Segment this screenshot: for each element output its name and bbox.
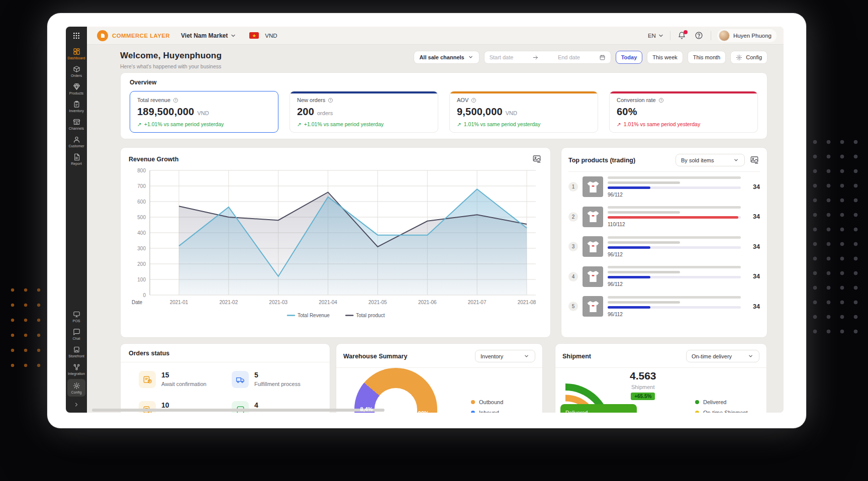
top-products-title: Top products (trading): [568, 157, 635, 164]
user-menu[interactable]: Huyen Phuong: [717, 29, 777, 42]
scrollbar-handle[interactable]: [92, 409, 384, 412]
tile-text: 10: [161, 401, 169, 409]
svg-text:2021-04: 2021-04: [319, 300, 337, 305]
this-month-label: This month: [693, 54, 720, 60]
sidebar-item-label: Storefront: [68, 354, 84, 358]
legend-label: Outbound: [479, 399, 503, 405]
sidebar-item-customer[interactable]: Customer: [66, 133, 87, 150]
sidebar-item-dashboard[interactable]: Dashboard: [66, 45, 87, 62]
arrow-right-icon: [532, 54, 539, 61]
export-icon[interactable]: [750, 155, 760, 165]
overview-panel: Overview Total revenue189,500,000VND↗+1.…: [120, 72, 767, 139]
order-status-tile[interactable]: 15Await confirmation: [139, 371, 232, 388]
progress-ratio: 96/112: [608, 312, 746, 317]
stat-card-aov[interactable]: AOV9,500,000VND↗1.01% vs same period yes…: [449, 91, 598, 133]
sidebar-item-storefront[interactable]: Storefront: [66, 343, 87, 360]
orders-icon: [73, 65, 80, 73]
product-row[interactable]: 196/11234: [568, 172, 760, 202]
stat-label-row: AOV: [457, 97, 591, 103]
tile-label: Fulfillment process: [254, 381, 301, 387]
date-range-picker[interactable]: Start date End date: [484, 51, 611, 64]
help-button[interactable]: [694, 30, 705, 41]
order-pending-icon: [139, 371, 156, 388]
progress-fill: [608, 306, 650, 309]
product-row[interactable]: 2110/11234: [568, 202, 760, 232]
truck-icon: [232, 371, 249, 388]
export-icon[interactable]: [532, 154, 542, 164]
sidebar-item-report[interactable]: Report: [66, 150, 87, 168]
stat-accent-bar: [450, 91, 598, 93]
skeleton-bar: [608, 296, 741, 299]
stat-card-conversion-rate[interactable]: Conversion rate60%↗1.01% vs same period …: [609, 91, 758, 133]
stat-card-total-revenue[interactable]: Total revenue189,500,000VND↗+1.01% vs sa…: [130, 91, 278, 133]
market-selector[interactable]: Viet Nam Market: [181, 32, 236, 39]
sidebar-item-label: POS: [72, 319, 80, 323]
info-icon: [173, 98, 178, 103]
config-button[interactable]: Config: [730, 51, 767, 64]
skeleton-bar: [608, 236, 741, 239]
skeleton-bar: [608, 176, 741, 179]
donut-big-label: 100%: [415, 410, 429, 413]
sidebar-item-label: Config: [71, 391, 82, 394]
language-selector[interactable]: EN: [648, 33, 664, 39]
stat-unit: VND: [506, 110, 517, 116]
stat-delta-text: 1.01% vs same period yesterday: [464, 121, 540, 127]
rank-badge: 5: [568, 302, 578, 311]
range-today-button[interactable]: Today: [616, 51, 643, 64]
sidebar-item-products[interactable]: Products: [66, 80, 87, 98]
product-value: 34: [753, 303, 760, 310]
info-icon: [471, 98, 476, 103]
horizontal-scrollbar[interactable]: [87, 409, 784, 412]
shipment-filter-select[interactable]: On-time delivery: [686, 350, 759, 362]
sidebar-item-chat[interactable]: Chat: [66, 325, 87, 343]
stat-delta-text: +1.01% vs same period yesterday: [304, 121, 383, 127]
shipment-panel: Shipment On-time delivery 4.563 Shipment…: [555, 343, 767, 413]
stat-value: 189,500,000: [137, 106, 194, 118]
stat-accent-bar: [290, 91, 438, 93]
rank-badge: 3: [568, 242, 578, 251]
stat-delta: ↗1.01% vs same period yesterday: [457, 121, 591, 127]
product-bars: 96/112: [608, 176, 746, 198]
shipment-total-label: Shipment: [631, 384, 654, 390]
warehouse-filter-select[interactable]: Inventory: [475, 350, 535, 362]
sidebar-item-pos[interactable]: POS: [66, 308, 87, 325]
today-label: Today: [621, 54, 637, 60]
storefront-icon: [73, 346, 80, 353]
sort-select[interactable]: By sold items: [676, 154, 745, 166]
skeleton-bar: [608, 241, 680, 244]
notifications-button[interactable]: [677, 30, 688, 41]
sidebar-item-inventory[interactable]: Inventory: [66, 98, 87, 115]
progress-track: [608, 276, 741, 278]
range-month-button[interactable]: This month: [688, 51, 726, 64]
market-label: Viet Nam Market: [181, 32, 228, 39]
sidebar-item-integration[interactable]: Integration: [66, 360, 87, 378]
inventory-icon: [73, 101, 80, 108]
end-date-placeholder: End date: [558, 54, 580, 60]
app-launcher-button[interactable]: [66, 27, 87, 45]
filter-bar: All sale channels Start date End date To…: [414, 51, 767, 64]
help-icon: [695, 31, 703, 40]
product-row[interactable]: 496/11234: [568, 262, 760, 292]
page-subtitle: Here's what's happened with your busines…: [120, 63, 222, 69]
range-week-button[interactable]: This week: [647, 51, 683, 64]
product-row[interactable]: 396/11234: [568, 232, 760, 262]
order-status-tile[interactable]: 5Fulfillment process: [232, 371, 325, 388]
svg-text:2021-01: 2021-01: [170, 300, 188, 305]
sidebar-item-label: Orders: [71, 74, 82, 77]
stat-value-row: 189,500,000VND: [137, 106, 271, 118]
trend-arrow-icon: ↗: [137, 121, 142, 127]
tile-count: 15: [161, 371, 207, 379]
sale-channel-select[interactable]: All sale channels: [414, 51, 479, 64]
language-label: EN: [648, 33, 656, 39]
sidebar-item-channels[interactable]: Channels: [66, 115, 87, 133]
tile-count: 10: [161, 401, 169, 409]
sidebar-item-orders[interactable]: Orders: [66, 62, 87, 80]
sidebar-expand-button[interactable]: [66, 398, 87, 411]
svg-text:Total product: Total product: [356, 313, 384, 318]
app-window: COMMERCE LAYER Viet Nam Market ★ VND EN: [47, 13, 806, 428]
trend-arrow-icon: ↗: [297, 121, 302, 127]
sidebar-item-config[interactable]: Config: [67, 379, 85, 397]
vietnam-flag-icon: ★: [249, 32, 259, 39]
stat-card-new-orders[interactable]: New orders200orders↗+1.01% vs same perio…: [290, 91, 438, 133]
product-row[interactable]: 596/11234: [568, 292, 760, 322]
